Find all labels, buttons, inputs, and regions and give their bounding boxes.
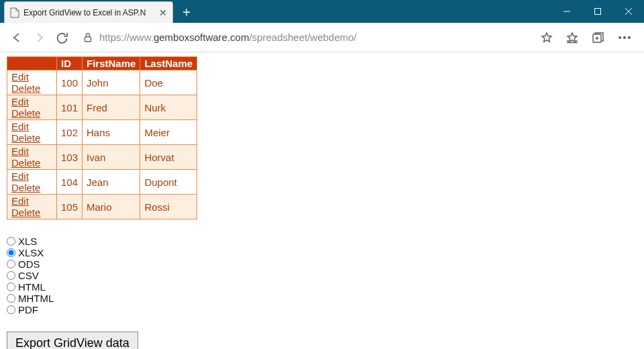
grid-header-row: ID FirstName LastName [7,57,197,70]
cell-id: 103 [57,145,83,170]
favorite-button[interactable] [535,26,558,49]
cell-id: 105 [57,195,83,219]
cell-first: John [83,70,140,95]
svg-rect-4 [85,37,91,42]
cell-last: Horvat [140,145,197,170]
format-label: HTML [18,281,46,293]
cell-last: Doe [140,70,197,95]
table-row: Edit Delete100JohnDoe [7,70,197,95]
format-radio[interactable] [7,237,15,246]
cell-first: Mario [83,195,140,219]
url-host: gemboxsoftware.com [154,32,250,43]
export-buttons: Export GridView data Export GridView dat… [7,332,637,349]
row-actions: Edit Delete [7,195,57,219]
browser-toolbar: https://www.gemboxsoftware.com/spreadshe… [0,23,644,52]
new-tab-button[interactable]: ＋ [176,1,197,21]
url-path: /spreadsheet/webdemo/ [249,32,356,43]
cell-first: Hans [83,120,140,145]
edit-link[interactable]: Edit [11,195,29,207]
edit-link[interactable]: Edit [11,170,29,182]
format-option-xls[interactable]: XLS [7,236,637,247]
grid-header-id: ID [57,57,83,70]
edit-link[interactable]: Edit [11,121,29,132]
format-option-csv[interactable]: CSV [7,270,637,281]
table-row: Edit Delete104JeanDupont [7,170,197,195]
format-radio[interactable] [7,260,15,268]
delete-link[interactable]: Delete [11,207,40,218]
cell-id: 102 [57,120,83,145]
row-actions: Edit Delete [7,120,57,145]
url-text: https://www.gemboxsoftware.com/spreadshe… [99,32,526,43]
svg-rect-1 [595,9,601,15]
format-radio[interactable] [7,305,15,314]
row-actions: Edit Delete [7,95,57,120]
cell-first: Ivan [83,145,140,170]
row-actions: Edit Delete [7,70,57,95]
table-row: Edit Delete102HansMeier [7,120,197,145]
format-label: PDF [18,304,38,315]
browser-tab-active[interactable]: Export GridView to Excel in ASP.N ✕ [4,1,173,23]
delete-link[interactable]: Delete [11,132,40,144]
browser-titlebar: Export GridView to Excel in ASP.N ✕ ＋ [0,0,644,23]
format-label: CSV [18,270,39,281]
window-maximize-button[interactable] [582,0,613,23]
window-close-button[interactable] [613,0,644,23]
back-button[interactable] [5,26,28,49]
collections-button[interactable] [586,26,609,49]
format-option-html[interactable]: HTML [7,281,637,293]
format-option-pdf[interactable]: PDF [7,304,637,315]
page-content: ID FirstName LastName Edit Delete100John… [0,52,644,349]
url-scheme: https:// [99,32,129,43]
edit-link[interactable]: Edit [11,96,29,107]
format-label: MHTML [18,293,54,304]
row-actions: Edit Delete [7,145,57,170]
cell-last: Dupont [140,170,197,195]
table-row: Edit Delete103IvanHorvat [7,145,197,170]
table-row: Edit Delete105MarioRossi [7,195,197,219]
format-option-ods[interactable]: ODS [7,258,637,270]
tab-title: Export GridView to Excel in ASP.N [23,8,159,17]
cell-last: Meier [140,120,197,145]
table-row: Edit Delete101FredNurk [7,95,197,120]
cell-id: 100 [57,70,83,95]
format-radio[interactable] [7,248,15,257]
format-radio[interactable] [7,283,15,291]
refresh-button[interactable] [51,26,74,49]
page-icon [10,7,19,18]
edit-link[interactable]: Edit [11,71,29,83]
grid-header-last: LastName [140,57,197,70]
format-radio[interactable] [7,294,15,303]
row-actions: Edit Delete [7,170,57,195]
more-menu-button[interactable]: ••• [612,32,639,43]
tab-close-icon[interactable]: ✕ [159,7,167,18]
format-option-mhtml[interactable]: MHTML [7,293,637,304]
lock-icon [83,32,93,43]
cell-id: 101 [57,95,83,120]
grid-header-actions [7,57,57,70]
window-controls [551,0,644,23]
cell-last: Nurk [140,95,197,120]
toolbar-right-icons [535,26,612,49]
address-bar[interactable]: https://www.gemboxsoftware.com/spreadshe… [78,28,531,48]
format-option-xlsx[interactable]: XLSX [7,247,637,258]
delete-link[interactable]: Delete [11,83,40,94]
window-minimize-button[interactable] [551,0,582,23]
cell-first: Jean [83,170,140,195]
cell-last: Rossi [140,195,197,219]
format-label: ODS [18,258,40,270]
cell-first: Fred [83,95,140,120]
delete-link[interactable]: Delete [11,107,40,119]
format-label: XLSX [18,247,44,258]
export-data-button[interactable]: Export GridView data [7,332,138,349]
format-label: XLS [18,236,37,247]
edit-link[interactable]: Edit [11,146,29,157]
favorites-bar-button[interactable] [561,26,584,49]
forward-button[interactable] [28,26,51,49]
url-prefix: www. [129,32,154,43]
data-gridview: ID FirstName LastName Edit Delete100John… [7,56,197,219]
cell-id: 104 [57,170,83,195]
format-radio[interactable] [7,271,15,280]
delete-link[interactable]: Delete [11,182,40,193]
delete-link[interactable]: Delete [11,157,40,168]
grid-header-first: FirstName [83,57,140,70]
